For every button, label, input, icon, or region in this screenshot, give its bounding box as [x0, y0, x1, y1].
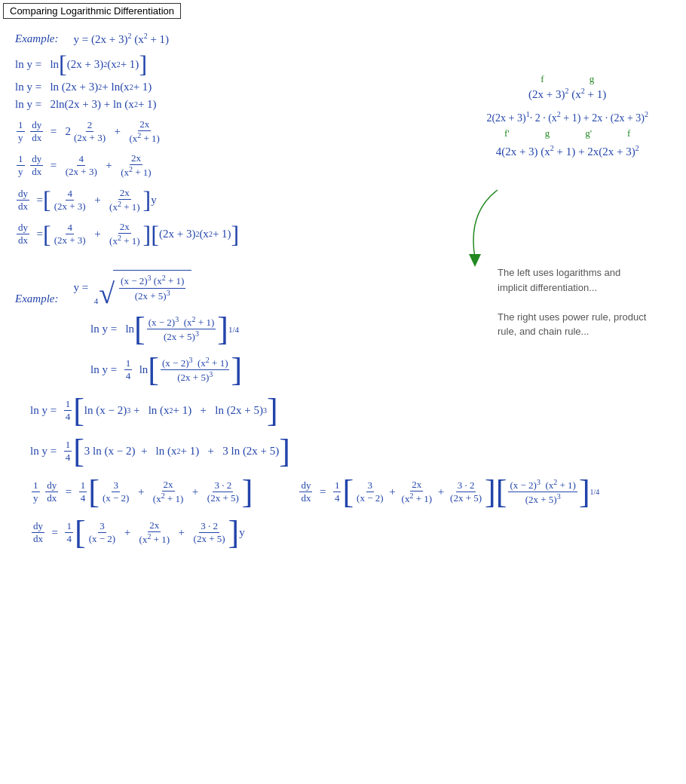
example1-label: Example: [15, 32, 58, 45]
note-text: The left uses logarithms and implicit di… [498, 265, 648, 339]
ex2-line4: ln y = 1 4 [ 3 ln (x − 2) + ln (x2 + 1) … [30, 435, 671, 468]
eq1-line7: dy dx = [ 4 (2x + 3) + 2x (x2 + 1) ] [ (… [15, 221, 671, 247]
ex2-line2: ln y = 1 4 ln [ (x − 2)3 (x2 + 1) (2x + … [90, 354, 671, 387]
arrow [445, 182, 505, 273]
ex2-line3: ln y = 1 4 [ ln (x − 2)3 + ln (x2 + 1) +… [30, 394, 671, 427]
example1-section: Example: y = (2x + 3)2 (x2 + 1) ln y = l… [15, 32, 671, 247]
example2-label: Example: [15, 292, 58, 305]
svg-marker-0 [469, 254, 481, 267]
ex2-line5: 1 y dy dx = 1 4 [ 3 (x − 2) [15, 476, 671, 509]
right-product-rule: f g (2x + 3)2 (x2 + 1) 2(2x + 3)1· 2 · (… [486, 73, 648, 158]
eq1-line6: dy dx = [ 4 (2x + 3) + 2x (x2 + 1) ] y [15, 187, 671, 213]
ex2-line6: dy dx = 1 4 [ 3 (x − 2) + 2x (x2 + 1) + … [30, 516, 671, 550]
